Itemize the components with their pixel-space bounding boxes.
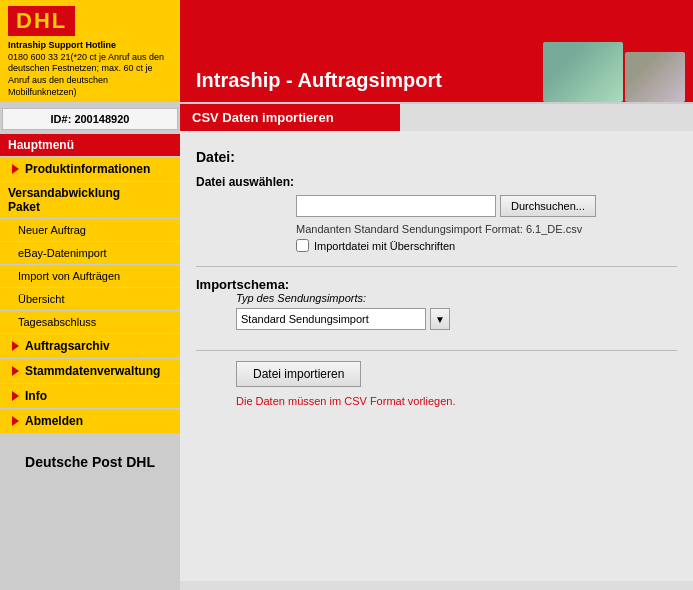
typ-label: Typ des Sendungsimports: xyxy=(236,292,677,304)
content-section-header: CSV Daten importieren xyxy=(180,104,400,131)
import-button[interactable]: Datei importieren xyxy=(236,361,361,387)
sidebar-item-abmelden[interactable]: Abmelden xyxy=(0,409,180,433)
sidebar: ID#: 200148920 Hauptmenü Produktinformat… xyxy=(0,104,180,590)
format-hint: Mandanten Standard Sendungsimport Format… xyxy=(296,223,677,235)
sidebar-item-import-von-auftraegen[interactable]: Import von Aufträgen xyxy=(0,265,180,287)
sidebar-brand: Deutsche Post DHL xyxy=(25,454,155,470)
select-row: Standard Sendungsimport ▼ xyxy=(236,308,677,330)
sidebar-item-uebersicht[interactable]: Übersicht xyxy=(0,288,180,310)
header-image-1 xyxy=(543,42,623,102)
sidebar-main-menu-header: Hauptmenü xyxy=(0,134,180,156)
header-images xyxy=(543,42,693,102)
main-layout: ID#: 200148920 Hauptmenü Produktinformat… xyxy=(0,104,693,590)
sendungsimport-select[interactable]: Standard Sendungsimport xyxy=(236,308,426,330)
sidebar-item-label: Auftragsarchiv xyxy=(25,339,110,353)
sidebar-bottom: Deutsche Post DHL xyxy=(0,434,180,478)
datei-label: Datei: xyxy=(196,149,677,165)
hotline-info: Intraship Support Hotline 0180 600 33 21… xyxy=(8,40,172,98)
sidebar-item-label: Neuer Auftrag xyxy=(18,224,86,236)
sidebar-item-stammdatenverwaltung[interactable]: Stammdatenverwaltung xyxy=(0,359,180,383)
arrow-icon xyxy=(12,164,19,174)
file-path-input[interactable] xyxy=(296,195,496,217)
sidebar-item-neuer-auftrag[interactable]: Neuer Auftrag xyxy=(0,219,180,241)
sidebar-item-label: eBay-Datenimport xyxy=(18,247,107,259)
arrow-icon xyxy=(12,366,19,376)
arrow-icon xyxy=(12,391,19,401)
checkbox-label: Importdatei mit Überschriften xyxy=(314,240,455,252)
dhl-logo: DHL xyxy=(8,6,172,36)
logo-area: DHL Intraship Support Hotline 0180 600 3… xyxy=(0,0,180,102)
sidebar-item-label: Import von Aufträgen xyxy=(18,270,120,282)
header-image-2 xyxy=(625,52,685,102)
sidebar-item-label: VersandabwicklungPaket xyxy=(8,186,120,214)
sidebar-group-versandabwicklung: VersandabwicklungPaket xyxy=(0,182,180,218)
action-section: Datei importieren Die Daten müssen im CS… xyxy=(196,350,677,407)
header: DHL Intraship Support Hotline 0180 600 3… xyxy=(0,0,693,104)
sidebar-item-label: Tagesabschluss xyxy=(18,316,96,328)
sidebar-item-auftragsarchiv[interactable]: Auftragsarchiv xyxy=(0,334,180,358)
file-input-row: Durchsuchen... xyxy=(296,195,677,217)
importschema-label: Importschema: xyxy=(196,277,289,292)
sidebar-item-label: Stammdatenverwaltung xyxy=(25,364,160,378)
arrow-icon xyxy=(12,416,19,426)
content-body: Datei: Datei auswählen: Durchsuchen... M… xyxy=(180,131,693,581)
select-dropdown-arrow[interactable]: ▼ xyxy=(430,308,450,330)
page-title-area: Intraship - Auftragsimport xyxy=(180,59,543,102)
sidebar-item-ebay-datenimport[interactable]: eBay-Datenimport xyxy=(0,242,180,264)
sidebar-item-tagesabschluss[interactable]: Tagesabschluss xyxy=(0,311,180,333)
importschema-group: Importschema: Typ des Sendungsimports: S… xyxy=(196,277,677,330)
page-title: Intraship - Auftragsimport xyxy=(196,69,442,92)
arrow-icon xyxy=(12,341,19,351)
datei-auswaehlen-group: Datei auswählen: Durchsuchen... Mandante… xyxy=(196,175,677,252)
browse-button[interactable]: Durchsuchen... xyxy=(500,195,596,217)
section-divider xyxy=(196,266,677,267)
sidebar-item-label: Übersicht xyxy=(18,293,64,305)
sidebar-item-info[interactable]: Info xyxy=(0,384,180,408)
dhl-logo-box: DHL xyxy=(8,6,75,36)
info-text: Die Daten müssen im CSV Format vorliegen… xyxy=(236,395,677,407)
datei-auswaehlen-label: Datei auswählen: xyxy=(196,175,677,189)
sidebar-item-produktinformationen[interactable]: Produktinformationen xyxy=(0,157,180,181)
schema-row: Typ des Sendungsimports: Standard Sendun… xyxy=(236,292,677,330)
content-area: CSV Daten importieren Datei: Datei auswä… xyxy=(180,104,693,590)
checkbox-row: Importdatei mit Überschriften xyxy=(296,239,677,252)
import-header-checkbox[interactable] xyxy=(296,239,309,252)
sidebar-item-label: Produktinformationen xyxy=(25,162,150,176)
sidebar-item-label: Info xyxy=(25,389,47,403)
sidebar-item-label: Abmelden xyxy=(25,414,83,428)
sidebar-id: ID#: 200148920 xyxy=(2,108,178,130)
header-right: Intraship - Auftragsimport xyxy=(180,0,693,102)
